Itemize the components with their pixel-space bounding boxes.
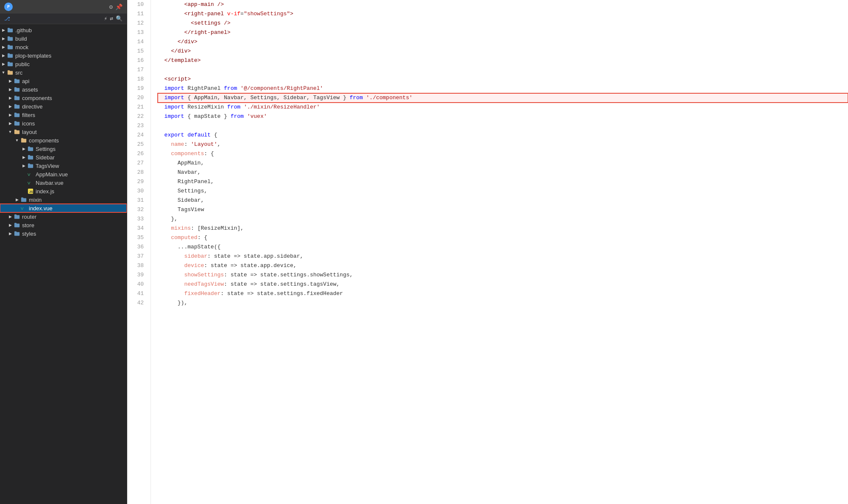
- tree-item-styles[interactable]: ▶styles: [0, 229, 127, 238]
- line-number: 11: [136, 9, 144, 19]
- code-area[interactable]: 1011121314151617181920212223242526272829…: [127, 0, 848, 504]
- line-number: 30: [136, 187, 144, 196]
- tree-item-src[interactable]: ▼src: [0, 68, 127, 77]
- tree-item-label: styles: [22, 231, 127, 237]
- tree-item-label: TagsView: [36, 163, 127, 169]
- code-line: TagsView: [158, 205, 848, 214]
- search-icon[interactable]: 🔍: [116, 15, 123, 22]
- tree-item-tagsview[interactable]: ▶TagsView: [0, 162, 127, 170]
- line-number: 16: [136, 56, 144, 65]
- tree-item-directive[interactable]: ▶directive: [0, 102, 127, 111]
- line-number: 12: [136, 19, 144, 28]
- svg-text:V: V: [28, 172, 31, 177]
- folder-arrow: ▶: [0, 44, 7, 50]
- folder-icon: [27, 145, 34, 152]
- folder-arrow: ▶: [7, 213, 14, 220]
- tree-item-build[interactable]: ▶build: [0, 34, 127, 43]
- code-line: needTagsView: state => state.settings.ta…: [158, 280, 848, 289]
- tree-item-navbar-vue[interactable]: VNavbar.vue: [0, 178, 127, 187]
- line-number: 34: [136, 224, 144, 233]
- tree-item-appmain-vue[interactable]: VAppMain.vue: [0, 170, 127, 178]
- line-number: 28: [136, 168, 144, 177]
- tree-item-label: src: [15, 70, 127, 76]
- lightning-icon[interactable]: ⚡: [104, 15, 107, 22]
- folder-icon: [14, 78, 20, 84]
- tree-item-settings[interactable]: ▶Settings: [0, 145, 127, 153]
- sidebar-repo[interactable]: P: [4, 3, 106, 11]
- file-icon: V: [27, 171, 34, 178]
- folder-icon: [27, 162, 34, 169]
- sidebar-header: P ⚙ 📌: [0, 0, 127, 14]
- sidebar: P ⚙ 📌 ⎇ ⚡ ⇄ 🔍 ▶.github▶build▶mock▶plop-t…: [0, 0, 127, 504]
- folder-icon: [14, 95, 20, 101]
- code-line: }),: [158, 298, 848, 308]
- line-number: 41: [136, 289, 144, 298]
- code-line: RightPanel,: [158, 177, 848, 187]
- tree-item-label: filters: [22, 112, 127, 118]
- tree-item-github[interactable]: ▶.github: [0, 26, 127, 34]
- code-line: mixins: [ResizeMixin],: [158, 224, 848, 233]
- tree-item-label: api: [22, 78, 127, 84]
- line-number: 36: [136, 242, 144, 252]
- folder-arrow: ▶: [0, 61, 7, 67]
- tree-item-sidebar2[interactable]: ▶Sidebar: [0, 153, 127, 162]
- folder-icon: [7, 27, 14, 33]
- tree-item-label: Sidebar: [36, 154, 127, 161]
- folder-icon: [14, 213, 20, 220]
- tree-item-store[interactable]: ▶store: [0, 221, 127, 229]
- file-icon: V: [20, 205, 27, 212]
- tree-item-layout[interactable]: ▼layout: [0, 128, 127, 136]
- tree-item-layout-components[interactable]: ▼components: [0, 136, 127, 145]
- code-line: <settings />: [158, 19, 848, 28]
- line-number: 38: [136, 261, 144, 270]
- line-number: 21: [136, 103, 144, 112]
- tree-item-mock[interactable]: ▶mock: [0, 43, 127, 51]
- tree-item-label: .github: [15, 27, 127, 33]
- folder-arrow: ▶: [14, 196, 20, 203]
- line-number: 42: [136, 298, 144, 308]
- line-number: 26: [136, 149, 144, 159]
- folder-icon: [7, 44, 14, 50]
- folder-icon: [20, 196, 27, 203]
- tree-item-icons[interactable]: ▶icons: [0, 119, 127, 128]
- pin-icon[interactable]: 📌: [115, 3, 123, 11]
- tree-item-mixin[interactable]: ▶mixin: [0, 195, 127, 204]
- folder-arrow: ▶: [0, 27, 7, 33]
- code-line: import RightPanel from '@/components/Rig…: [158, 84, 848, 93]
- code-line: device: state => state.app.device,: [158, 261, 848, 270]
- folder-arrow: ▶: [0, 52, 7, 59]
- folder-arrow: ▼: [14, 137, 20, 144]
- tree-item-label: Settings: [36, 146, 127, 152]
- tree-item-label: components: [22, 95, 127, 101]
- tree-item-public[interactable]: ▶public: [0, 60, 127, 68]
- folder-icon: [7, 52, 14, 59]
- code-content: <app-main /> <right-panel v-if="showSett…: [151, 0, 848, 504]
- tree-item-assets[interactable]: ▶assets: [0, 85, 127, 94]
- code-line: AppMain,: [158, 159, 848, 168]
- code-line: </template>: [158, 56, 848, 65]
- tree-item-index-vue[interactable]: Vindex.vue: [0, 204, 127, 212]
- code-line: import { AppMain, Navbar, Settings, Side…: [158, 93, 848, 103]
- tree-item-filters[interactable]: ▶filters: [0, 111, 127, 119]
- line-number: 40: [136, 280, 144, 289]
- line-number: 33: [136, 214, 144, 224]
- tree-item-api[interactable]: ▶api: [0, 77, 127, 85]
- line-number: 10: [136, 0, 144, 9]
- tree-item-index-js[interactable]: JSindex.js: [0, 187, 127, 195]
- tree-item-components[interactable]: ▶components: [0, 94, 127, 102]
- folder-arrow: ▶: [20, 154, 27, 161]
- repo-avatar: P: [4, 3, 13, 11]
- folder-icon: [14, 128, 20, 135]
- file-icon: JS: [27, 188, 34, 195]
- settings-icon[interactable]: ⚙: [109, 3, 113, 11]
- folder-arrow: ▼: [0, 69, 7, 76]
- tree-item-router[interactable]: ▶router: [0, 212, 127, 221]
- line-number: 24: [136, 131, 144, 140]
- folder-icon: [14, 222, 20, 228]
- tree-item-plop-templates[interactable]: ▶plop-templates: [0, 51, 127, 60]
- tree-item-label: mock: [15, 44, 127, 50]
- code-line: <app-main />: [158, 0, 848, 9]
- file-tree: ▶.github▶build▶mock▶plop-templates▶publi…: [0, 24, 127, 504]
- sync-icon[interactable]: ⇄: [110, 15, 113, 22]
- line-number: 39: [136, 270, 144, 280]
